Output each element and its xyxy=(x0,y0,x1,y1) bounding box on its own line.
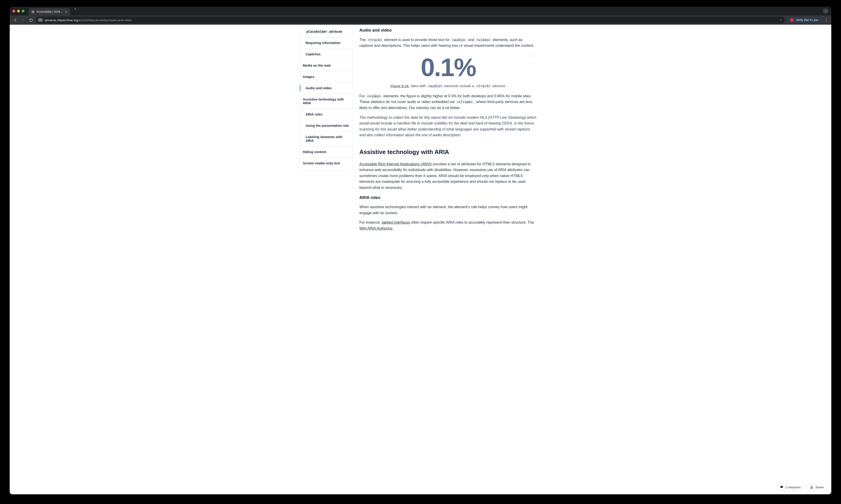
window-zoom-button[interactable] xyxy=(22,10,24,13)
svg-rect-1 xyxy=(40,19,41,20)
bookmark-star-icon[interactable]: ☆ xyxy=(779,18,783,22)
article-content: Audio and video The <track> element is u… xyxy=(359,25,542,235)
window-traffic-lights xyxy=(13,10,24,13)
new-tab-button[interactable]: + xyxy=(72,7,78,15)
toc-item-audio-video[interactable]: Audio and video xyxy=(299,82,352,94)
browser-toolbar: almanac.httparchive.org/en/2024/accessib… xyxy=(10,15,831,25)
code-track: <track> xyxy=(367,38,383,42)
figure-caption: Figure 8.24. Sites with <audio> elements… xyxy=(359,83,537,89)
window-titlebar: Accessibility | 2024 | The Web ✕ + xyxy=(10,7,831,15)
toc-item-label: Using the presentation role xyxy=(306,124,349,127)
figure-menu-button[interactable]: ⋮ xyxy=(532,52,537,59)
code-track: <track> xyxy=(475,84,491,88)
code-video: <video> xyxy=(475,38,492,42)
profile-verify-button[interactable]: Verify that it's you xyxy=(787,17,821,23)
share-icon xyxy=(810,485,813,489)
paragraph: The <track> element is used to provide t… xyxy=(359,37,537,49)
toc-item-hiding-content[interactable]: Hiding content xyxy=(299,146,352,158)
url-path: /en/2024/accessibility#audio-and-video xyxy=(78,18,132,22)
toc-item-captchas[interactable]: Captchas xyxy=(299,49,352,60)
toc-item-label: Labeling elements with ARIA xyxy=(306,135,343,143)
code-iframe: <iframe> xyxy=(456,100,474,104)
nav-forward-button[interactable] xyxy=(20,17,26,23)
code-audio: <audio> xyxy=(427,84,443,88)
heading-audio-video: Audio and video xyxy=(359,27,537,34)
code-audio: <audio> xyxy=(451,38,467,42)
code-token: placeholder xyxy=(306,30,328,34)
toc-item-label: Requiring information xyxy=(306,41,340,45)
page-viewport: placeholder attributeRequiring informati… xyxy=(10,25,831,494)
toc-item-requiring-info[interactable]: Requiring information xyxy=(299,37,352,49)
url-host: almanac.httparchive.org xyxy=(45,18,78,22)
toc-sidebar: placeholder attributeRequiring informati… xyxy=(299,25,353,171)
text: For instance, xyxy=(359,220,382,224)
heading-aria-roles: ARIA roles xyxy=(359,194,537,201)
nav-reload-button[interactable] xyxy=(28,17,34,23)
tabs-dropdown-button[interactable] xyxy=(823,8,828,14)
paragraph: For <video> elements, the figure is slig… xyxy=(359,93,537,111)
browser-window: Accessibility | 2024 | The Web ✕ + alman… xyxy=(10,7,831,494)
profile-verify-label: Verify that it's you xyxy=(796,18,818,22)
link-tabbed-interfaces[interactable]: tabbed interfaces xyxy=(382,220,410,224)
toc-item-label: Audio and video xyxy=(306,86,332,90)
toc-item-placeholder-attr[interactable]: placeholder attribute xyxy=(299,26,352,37)
toc-item-aria-roles[interactable]: ARIA roles xyxy=(299,109,352,120)
browser-tab-active[interactable]: Accessibility | 2024 | The Web ✕ xyxy=(29,8,70,15)
toc-item-label: ARIA roles xyxy=(306,112,323,116)
nav-back-button[interactable] xyxy=(12,17,18,23)
methodology-note: The methodology to collect the data for … xyxy=(359,114,537,138)
site-info-icon[interactable] xyxy=(38,18,43,22)
text: Sites with xyxy=(409,84,427,88)
toc-item-label: attribute xyxy=(328,30,342,33)
text: The xyxy=(359,38,367,42)
tab-title: Accessibility | 2024 | The Web xyxy=(36,10,63,13)
link-aria-spec[interactable]: Accessible Rich Internet Applications (A… xyxy=(359,162,432,166)
comment-icon xyxy=(780,485,784,489)
toc-item-presentation-role[interactable]: Using the presentation role xyxy=(299,120,352,131)
heading-assistive-aria: Assistive technology with ARIA xyxy=(359,147,537,157)
text: For xyxy=(359,94,366,98)
toc-item-label: Screen reader-only text xyxy=(303,161,340,165)
toc-item-sr-only[interactable]: Screen reader-only text xyxy=(299,158,352,169)
paragraph: Accessible Rich Internet Applications (A… xyxy=(359,161,537,191)
window-minimize-button[interactable] xyxy=(17,10,20,13)
tab-favicon-icon xyxy=(31,10,35,13)
text: element is used to provide timed text fo… xyxy=(383,38,451,42)
svg-point-0 xyxy=(39,19,40,20)
text: element. xyxy=(491,84,506,88)
reactions-button[interactable]: 2 reactions xyxy=(776,484,804,491)
share-label: Share xyxy=(816,486,824,489)
toc-item-label: Captchas xyxy=(306,52,321,56)
address-bar-url: almanac.httparchive.org/en/2024/accessib… xyxy=(45,18,777,22)
code-video: <video> xyxy=(366,94,382,98)
text: provides a set of attributes for HTML5 e… xyxy=(359,162,531,190)
address-bar[interactable]: almanac.httparchive.org/en/2024/accessib… xyxy=(36,17,785,23)
toc-item-images[interactable]: Images xyxy=(299,71,352,82)
tab-close-icon[interactable]: ✕ xyxy=(65,10,67,14)
paragraph: When assistive technologies interact wit… xyxy=(359,204,537,216)
figure-bignum: 0.1% xyxy=(359,52,537,82)
toc-item-label: Assistive technology with ARIA xyxy=(303,97,344,105)
browser-menu-button[interactable]: ⋮ xyxy=(823,18,829,23)
toc-item-labeling-aria[interactable]: Labeling elements with ARIA xyxy=(299,131,352,146)
toc-item-media[interactable]: Media on the web xyxy=(299,60,352,71)
tab-strip: Accessibility | 2024 | The Web ✕ + xyxy=(29,7,78,15)
window-close-button[interactable] xyxy=(13,10,15,13)
link-wai-aria-authoring[interactable]: WAI-ARIA Authoring xyxy=(359,227,392,230)
text: often require specific ARIA roles to acc… xyxy=(410,220,534,224)
toc-item-label: Images xyxy=(303,75,314,78)
reactions-label: 2 reactions xyxy=(785,486,801,489)
figure-label-link[interactable]: Figure 8.24. xyxy=(390,84,409,88)
figure-8-24: ⋮ 0.1% Figure 8.24. Sites with <audio> e… xyxy=(359,52,537,89)
profile-avatar-icon xyxy=(790,18,794,22)
toc-item-aria[interactable]: Assistive technology with ARIA xyxy=(299,94,352,109)
svg-point-2 xyxy=(39,20,40,20)
text: elements include a xyxy=(443,84,475,88)
toc-item-label: Hiding content xyxy=(303,150,326,154)
share-button[interactable]: Share xyxy=(806,484,827,491)
text: and xyxy=(467,38,476,42)
floating-actions: 2 reactions Share xyxy=(776,484,827,491)
paragraph: For instance, tabbed interfaces often re… xyxy=(359,219,537,231)
toc-item-label: Media on the web xyxy=(303,64,331,67)
